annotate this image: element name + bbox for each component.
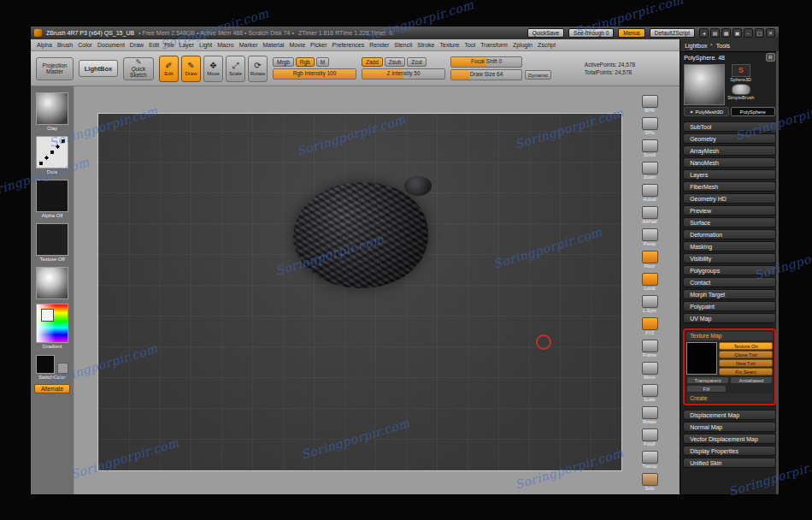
menu-tool[interactable]: Tool	[462, 39, 478, 50]
tray-scrollbar[interactable]	[776, 51, 779, 494]
section-display-properties[interactable]: Display Properties	[683, 446, 776, 456]
menu-zscript[interactable]: Zscript	[535, 39, 558, 50]
texture-map-thumbnail[interactable]	[686, 342, 717, 375]
paint-mode-m[interactable]: M	[316, 57, 329, 67]
titlebar-icon-close[interactable]: ✕	[766, 28, 775, 38]
section-vector-displacement-map[interactable]: Vector Displacement Map	[683, 434, 776, 444]
tool-sphere3d[interactable]: S Sphere3D	[727, 64, 754, 83]
menu-texture[interactable]: Texture	[437, 39, 462, 50]
section-geometry-hd[interactable]: Geometry HD	[683, 193, 776, 204]
shelf-button-persp[interactable]: Persp	[642, 228, 658, 247]
titlebar-icon-layout-panels[interactable]: ▤	[710, 28, 720, 38]
texture-map-header[interactable]: Texture Map	[686, 332, 773, 340]
focal-shift-slider[interactable]: Focal Shift 0	[450, 56, 522, 68]
menu-light[interactable]: Light	[197, 39, 215, 50]
switch-color-button[interactable]: SwitchColor	[38, 375, 66, 381]
current-texture-thumbnail[interactable]	[36, 223, 68, 256]
shelf-button-rotate[interactable]: Rotate	[642, 406, 658, 425]
shelf-button-actual[interactable]: Actual	[642, 184, 658, 203]
menu-marker[interactable]: Marker	[237, 39, 261, 50]
menu-layer[interactable]: Layer	[177, 39, 197, 50]
section-subtool[interactable]: SubTool	[683, 121, 776, 132]
section-polygroups[interactable]: Polygroups	[683, 265, 776, 275]
section-preview[interactable]: Preview	[683, 205, 776, 216]
shelf-button-frame[interactable]: Frame	[642, 340, 658, 358]
shelf-button-move[interactable]: Move	[642, 362, 658, 381]
sculpt-mode-zadd[interactable]: Zadd	[362, 57, 383, 67]
see-through-button[interactable]: See-through 0	[568, 28, 614, 38]
z-intensity-slider[interactable]: Z Intensity 50	[362, 68, 445, 80]
menu-color[interactable]: Color	[75, 39, 95, 50]
mode-button-draw[interactable]: ✎ Draw	[181, 56, 201, 82]
secondary-color-swatch[interactable]	[57, 363, 68, 374]
dynamic-toggle[interactable]: Dynamic	[525, 70, 551, 80]
menu-document[interactable]: Document	[95, 39, 127, 50]
fix-seam-button[interactable]: Fix Seam	[719, 368, 773, 375]
shelf-button-transp[interactable]: Transp	[642, 451, 658, 470]
menus-button[interactable]: Menus	[618, 28, 645, 38]
menu-movie[interactable]: Movie	[286, 39, 308, 50]
tool-polysphere[interactable]: PolySphere	[731, 107, 775, 116]
menu-transform[interactable]: Transform	[478, 39, 510, 50]
mode-button-move[interactable]: ✥ Move	[203, 56, 223, 82]
titlebar-icon-dock-palette[interactable]: ▣	[733, 28, 742, 38]
menu-material[interactable]: Material	[260, 39, 286, 50]
main-color-swatch[interactable]	[36, 355, 55, 374]
shelf-button-scale[interactable]: Scale	[642, 384, 658, 403]
fill-button[interactable]: Fill	[686, 385, 726, 393]
tool-polymesh3d[interactable]: ✶ PolyMesh3D	[684, 107, 728, 116]
section-polypaint[interactable]: Polypaint	[683, 301, 776, 311]
section-morph-target[interactable]: Morph Target	[683, 289, 776, 299]
color-picker[interactable]	[36, 304, 68, 343]
shelf-button-solo[interactable]: Solo	[642, 473, 658, 492]
shelf-button-polyf[interactable]: PolyF	[642, 428, 658, 447]
projection-master-button[interactable]: Projection Master	[36, 57, 74, 80]
menu-render[interactable]: Render	[367, 39, 391, 50]
clone-txtr-button[interactable]: Clone Txtr	[719, 351, 773, 358]
menu-picker[interactable]: Picker	[308, 39, 329, 50]
quick-sketch-button[interactable]: ✎ Quick Sketch	[123, 57, 154, 80]
section-visibility[interactable]: Visibility	[683, 253, 776, 263]
texture-on-button[interactable]: Texture On	[719, 342, 773, 350]
titlebar-icon-restore[interactable]: ▢	[755, 28, 764, 38]
document-canvas[interactable]	[97, 113, 622, 471]
sculpt-mode-zsub[interactable]: Zsub	[385, 57, 405, 67]
shelf-button-local[interactable]: Local	[642, 273, 658, 292]
titlebar-icon-layout-grid[interactable]: ▦	[721, 28, 731, 38]
shelf-button-xyz[interactable]: XYZ	[642, 317, 658, 336]
mode-button-edit[interactable]: ✐ Edit	[159, 56, 179, 82]
transparent-button[interactable]: Transparent	[686, 376, 729, 384]
alternate-button[interactable]: Alternate	[34, 384, 70, 393]
current-alpha-thumbnail[interactable]	[36, 180, 68, 212]
menu-zplugin[interactable]: Zplugin	[510, 39, 535, 50]
current-stroke-thumbnail[interactable]	[36, 136, 68, 168]
section-unified-skin[interactable]: Unified Skin	[683, 458, 776, 468]
menu-macro[interactable]: Macro	[215, 39, 236, 50]
titlebar-icon-minimize[interactable]: –	[744, 28, 753, 38]
polysphere-model[interactable]	[293, 182, 428, 288]
sculpt-mode-zcut[interactable]: Zcut	[407, 57, 427, 67]
titlebar-icon-dock-left[interactable]: ◂	[699, 28, 709, 38]
section-normal-map[interactable]: Normal Map	[683, 422, 776, 432]
antialiased-button[interactable]: Antialiased	[730, 376, 773, 384]
lightbox-button[interactable]: LightBox	[79, 60, 118, 77]
current-material-thumbnail[interactable]	[36, 267, 68, 299]
gradient-toggle[interactable]: Gradient	[42, 344, 62, 350]
new-txtr-button[interactable]: New Txtr	[719, 359, 773, 367]
current-brush-thumbnail[interactable]	[36, 92, 68, 125]
quicksave-button[interactable]: QuickSave	[527, 28, 564, 38]
paint-mode-rgb[interactable]: Rgb	[296, 57, 315, 67]
section-masking[interactable]: Masking	[683, 241, 776, 251]
shelf-button-bpr[interactable]: BPR	[642, 95, 658, 114]
menu-alpha[interactable]: Alpha	[34, 39, 55, 50]
mode-button-scale[interactable]: ⤢ Scale	[226, 56, 245, 82]
rgb-intensity-slider[interactable]: Rgb Intensity 100	[273, 68, 356, 80]
section-layers[interactable]: Layers	[683, 169, 776, 180]
default-zscript-button[interactable]: DefaultZScript	[650, 28, 695, 38]
shelf-button-aahalf[interactable]: AAHalf	[642, 206, 658, 225]
restore-config-button[interactable]: R	[766, 53, 775, 62]
section-fibermesh[interactable]: FiberMesh	[683, 181, 776, 192]
section-displacement-map[interactable]: Displacement Map	[683, 410, 776, 420]
section-nanomesh[interactable]: NanoMesh	[683, 157, 776, 168]
section-arraymesh[interactable]: ArrayMesh	[683, 145, 776, 156]
